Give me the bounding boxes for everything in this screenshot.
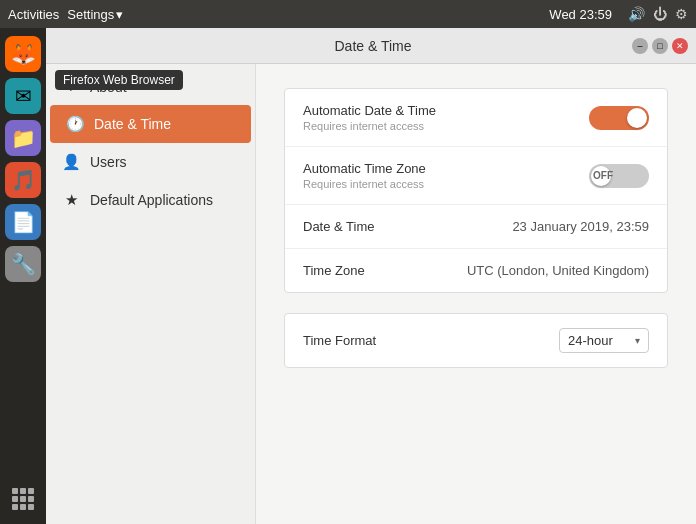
default-apps-icon: ★ [62, 191, 80, 209]
dock-item-music[interactable]: 🎵 [5, 162, 41, 198]
main-panel: Automatic Date & Time Requires internet … [256, 64, 696, 524]
firefox-tooltip: Firefox Web Browser [55, 70, 183, 90]
datetime-section: Automatic Date & Time Requires internet … [284, 88, 668, 293]
users-icon: 👤 [62, 153, 80, 171]
sidebar: + About 🕐 Date & Time 👤 Users ★ Default … [46, 64, 256, 524]
dock-item-doc[interactable]: 📄 [5, 204, 41, 240]
activities-button[interactable]: Activities [8, 7, 59, 22]
sidebar-item-date-time-label: Date & Time [94, 116, 171, 132]
auto-datetime-toggle-label: ON [630, 112, 645, 123]
time-format-dropdown[interactable]: 24-hour ▾ [559, 328, 649, 353]
auto-timezone-toggle[interactable]: OFF [589, 164, 649, 188]
sidebar-item-date-time[interactable]: 🕐 Date & Time [50, 105, 251, 143]
dock-item-firefox[interactable]: 🦊 Firefox Web Browser [5, 34, 41, 74]
date-time-icon: 🕐 [66, 115, 84, 133]
power-icon[interactable]: ⏻ [653, 6, 667, 22]
timezone-value-row: Time Zone UTC (London, United Kingdom) [285, 249, 667, 292]
window-title: Date & Time [114, 38, 632, 54]
window: Date & Time – □ ✕ + About 🕐 Da [46, 28, 696, 524]
settings-menu-label: Settings [67, 7, 114, 22]
settings-menu-arrow: ▾ [116, 7, 123, 22]
sidebar-item-default-apps[interactable]: ★ Default Applications [46, 181, 255, 219]
dock: 🦊 Firefox Web Browser ✉ 📁 🎵 📄 🔧 [0, 28, 46, 524]
content-area: + About 🕐 Date & Time 👤 Users ★ Default … [46, 64, 696, 524]
datetime-value: 23 January 2019, 23:59 [512, 219, 649, 234]
window-controls: – □ ✕ [632, 38, 688, 54]
maximize-button[interactable]: □ [652, 38, 668, 54]
auto-datetime-toggle[interactable]: ON [589, 106, 649, 130]
clock: Wed 23:59 [549, 7, 612, 22]
auto-timezone-label: Automatic Time Zone [303, 161, 589, 176]
topbar: Activities Settings ▾ Wed 23:59 🔊 ⏻ ⚙ [0, 0, 696, 28]
auto-datetime-row: Automatic Date & Time Requires internet … [285, 89, 667, 147]
sidebar-item-default-apps-label: Default Applications [90, 192, 213, 208]
format-section: Time Format 24-hour ▾ [284, 313, 668, 368]
timezone-value: UTC (London, United Kingdom) [467, 263, 649, 278]
settings-menu[interactable]: Settings ▾ [67, 7, 123, 22]
close-button[interactable]: ✕ [672, 38, 688, 54]
auto-datetime-sublabel: Requires internet access [303, 120, 589, 132]
datetime-value-row: Date & Time 23 January 2019, 23:59 [285, 205, 667, 249]
settings-icon[interactable]: ⚙ [675, 6, 688, 22]
time-format-label: Time Format [303, 333, 376, 348]
auto-datetime-label: Automatic Date & Time [303, 103, 589, 118]
minimize-button[interactable]: – [632, 38, 648, 54]
dock-item-email[interactable]: ✉ [5, 78, 41, 114]
time-format-value: 24-hour [568, 333, 613, 348]
dock-item-files[interactable]: 📁 [5, 120, 41, 156]
auto-timezone-sublabel: Requires internet access [303, 178, 589, 190]
app-grid-button[interactable] [12, 488, 34, 510]
timezone-value-label: Time Zone [303, 263, 365, 278]
titlebar: Date & Time – □ ✕ [46, 28, 696, 64]
auto-timezone-toggle-label: OFF [593, 170, 613, 181]
datetime-value-label: Date & Time [303, 219, 375, 234]
dock-item-settings[interactable]: 🔧 [5, 246, 41, 282]
time-format-row: Time Format 24-hour ▾ [285, 314, 667, 367]
sound-icon: 🔊 [628, 6, 645, 22]
auto-timezone-row: Automatic Time Zone Requires internet ac… [285, 147, 667, 205]
sidebar-item-users[interactable]: 👤 Users [46, 143, 255, 181]
dropdown-arrow-icon: ▾ [635, 335, 640, 346]
sidebar-item-users-label: Users [90, 154, 127, 170]
